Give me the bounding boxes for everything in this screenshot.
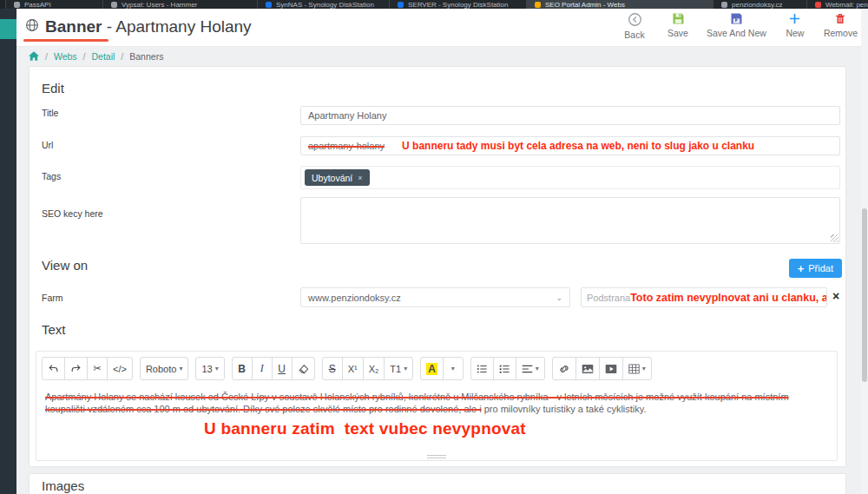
title-label: Title [42,108,58,118]
new-label: New [786,28,804,38]
editor-toolbar: ✂ </> Roboto ▾ 13 ▾ B I U [36,352,837,385]
remove-button[interactable]: Remove [824,12,858,40]
tab-favicon [266,2,272,8]
save-button[interactable]: Save [663,12,693,40]
superscript-button[interactable]: X¹ [342,357,364,380]
edit-heading: Edit [42,81,64,96]
font-family-dropdown[interactable]: Roboto ▾ [140,357,189,380]
breadcrumb-detail[interactable]: Detail [92,51,115,62]
podstrana-input[interactable]: Podstrana Toto zatim nevyplnovat ani u c… [581,287,827,307]
resize-grip-icon[interactable] [831,234,838,242]
undo-button[interactable] [42,357,65,380]
subscript-button[interactable]: X₂ [363,357,385,380]
images-card: Images [29,473,846,494]
table-dropdown[interactable]: ▾ [622,357,652,380]
home-icon[interactable] [29,51,39,63]
browser-tab[interactable]: Vypsat: Users - Hammer [102,0,257,9]
title-input[interactable]: Apartmany Holany [300,106,840,125]
chevron-down-icon: ▾ [179,365,182,372]
podstrana-annotation: Toto zatim nevyplnovat ani u clanku, ani… [630,292,827,304]
page-title: Banner - Apartmany Holany [25,17,252,36]
remove-label: Remove [824,28,858,38]
video-button[interactable] [599,357,623,380]
underline-button[interactable]: U [272,357,293,380]
globe-icon [25,17,39,36]
add-button-label: Přidat [808,263,833,273]
chevron-down-icon: ▾ [404,365,407,372]
link-button[interactable] [552,357,576,380]
tags-input[interactable]: Ubytování × [300,166,840,189]
farm-select[interactable]: www.penziondoksy.cz ⌄ [300,287,570,307]
code-view-button[interactable]: </> [107,357,133,380]
editor-annotation: U banneru zatim text vubec nevypnovat [204,423,828,435]
link-icon [558,364,570,374]
font-size-dropdown[interactable]: 13 ▾ [195,357,224,380]
tag-remove-icon[interactable]: × [358,174,362,182]
browser-tab[interactable]: penziondoksy.cz [713,0,806,9]
align-icon [522,364,533,374]
video-icon [605,364,617,374]
tab-favicon [14,2,20,8]
view-on-heading: View on [42,258,88,273]
url-input[interactable]: apartmany-holany U banneru tady musi byt… [300,136,840,155]
tags-label: Tags [42,171,61,181]
url-annotation: U banneru tady musi byt cela adresa na w… [402,140,754,152]
editor-resize-bar[interactable] [36,452,837,460]
normal-paragraph: pro milovníky turistiky a také cyklistik… [484,404,647,414]
ordered-list-button[interactable] [493,357,516,380]
tab-title: SERVER - Synology DiskStation [408,1,508,9]
page-header: Banner - Apartmany Holany Back Save [16,9,868,47]
scrollbar[interactable] [861,9,868,494]
redo-button[interactable] [64,357,88,380]
tag-chip-label: Ubytování [312,173,352,183]
seo-textarea[interactable] [300,197,840,244]
image-icon [582,364,594,374]
edit-card: Edit Title Apartmany Holany Url apartman… [29,66,846,467]
chevron-down-icon: ▾ [536,365,539,372]
strikethrough-button[interactable]: S [322,357,343,380]
font-size-value: 13 [201,364,212,374]
collapsed-sidebar[interactable] [0,9,16,494]
back-icon [628,12,642,27]
clear-format-button[interactable] [292,357,315,380]
drag-handle-icon [427,455,446,458]
entity-type-label: Banner [45,17,102,36]
tab-favicon [535,2,541,8]
farm-select-value: www.penziondoksy.cz [308,293,401,303]
add-button[interactable]: + Přidat [789,259,842,278]
browser-tab[interactable]: PassAPI [5,0,102,9]
text-color-dropdown[interactable]: ▾ [443,357,464,380]
scissors-icon: ✂ [93,363,101,374]
cut-button[interactable]: ✂ [87,357,108,380]
browser-tab[interactable]: SERVER - Synology DiskStation [389,0,526,9]
bold-button[interactable]: B [232,357,253,380]
paragraph-align-dropdown[interactable]: ▾ [516,357,545,380]
farm-remove-icon[interactable]: × [832,289,839,303]
font-family-value: Roboto [146,364,176,374]
browser-tab[interactable]: Webmail: penziondoksy.cz [806,0,868,9]
code-icon: </> [113,364,127,374]
save-and-new-button[interactable]: Save And New [707,12,766,40]
editor-content[interactable]: Apartmány Holany se nachází kousek od Če… [36,385,837,435]
browser-tab-active[interactable]: SEO Portal Admin - Webs [526,0,713,9]
text-color-button[interactable]: A [420,357,444,380]
sidebar-active-item[interactable] [0,19,16,39]
new-button[interactable]: New [780,12,810,40]
header-actions: Back Save Save And New New [620,12,858,40]
bullet-list-icon [477,364,488,374]
breadcrumb-webs[interactable]: Webs [54,51,77,62]
italic-button[interactable]: I [252,357,273,380]
plus-icon [788,12,801,25]
text-style-dropdown[interactable]: T1 ▾ [384,357,413,380]
browser-tab[interactable]: SynNAS - Synology DiskStation [257,0,389,9]
undo-icon [48,364,59,374]
scrollbar-thumb[interactable] [862,208,867,382]
title-underline [23,39,108,42]
rich-text-editor: ✂ </> Roboto ▾ 13 ▾ B I U [36,351,838,461]
unordered-list-button[interactable] [470,357,494,380]
redo-icon [70,364,82,374]
save-icon [672,12,685,25]
back-button[interactable]: Back [620,12,649,40]
podstrana-placeholder: Podstrana [587,293,630,303]
image-button[interactable] [575,357,600,380]
